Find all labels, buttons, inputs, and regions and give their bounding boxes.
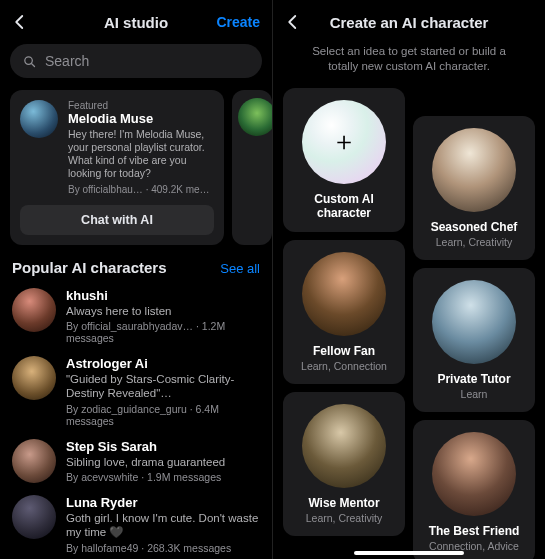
home-indicator[interactable] xyxy=(354,551,464,555)
svg-line-1 xyxy=(32,63,35,66)
seasoned-chef-card[interactable]: Seasoned Chef Learn, Creativity xyxy=(413,116,535,260)
avatar xyxy=(432,280,516,364)
item-name: Step Sis Sarah xyxy=(66,439,260,454)
card-name: The Best Friend xyxy=(429,524,520,538)
item-meta: By zodiac_guidance_guru · 6.4M messages xyxy=(66,403,260,427)
plus-circle-icon: ＋ xyxy=(302,100,386,184)
search-input[interactable] xyxy=(45,53,250,69)
featured-meta: By officialbhau… · 409.2K messa… xyxy=(68,184,214,195)
featured-desc: Hey there! I'm Melodia Muse, your person… xyxy=(68,128,214,181)
chat-with-ai-button[interactable]: Chat with AI xyxy=(20,205,214,235)
card-tags: Learn, Connection xyxy=(301,360,387,372)
item-desc: "Guided by Stars-Cosmic Clarity-Destiny … xyxy=(66,372,260,401)
featured-label: Featured xyxy=(68,100,214,111)
back-button[interactable] xyxy=(281,10,305,34)
featured-card[interactable]: Featured Melodia Muse Hey there! I'm Mel… xyxy=(10,90,224,245)
item-meta: By official_saurabhyadav… · 1.2M message… xyxy=(66,320,260,344)
avatar xyxy=(302,252,386,336)
card-name: Private Tutor xyxy=(437,372,510,386)
list-item[interactable]: Astrologer Ai "Guided by Stars-Cosmic Cl… xyxy=(4,350,268,433)
item-name: Luna Ryder xyxy=(66,495,260,510)
avatar xyxy=(432,128,516,212)
featured-carousel[interactable]: Featured Melodia Muse Hey there! I'm Mel… xyxy=(0,86,272,245)
create-link[interactable]: Create xyxy=(216,14,260,30)
list-item[interactable]: Luna Ryder Goth girl. I know I'm cute. D… xyxy=(4,489,268,559)
featured-avatar xyxy=(20,100,58,138)
featured-card-next[interactable] xyxy=(232,90,272,245)
wise-mentor-card[interactable]: Wise Mentor Learn, Creativity xyxy=(283,392,405,536)
card-name: Fellow Fan xyxy=(313,344,375,358)
back-button[interactable] xyxy=(8,10,32,34)
card-name: Wise Mentor xyxy=(308,496,379,510)
avatar xyxy=(302,404,386,488)
featured-name: Melodia Muse xyxy=(68,111,214,126)
item-meta: By hallofame49 · 268.3K messages xyxy=(66,542,260,554)
item-meta: By acevvswhite · 1.9M messages xyxy=(66,471,260,483)
item-desc: Sibling love, drama guaranteed xyxy=(66,455,260,469)
list-item[interactable]: Step Sis Sarah Sibling love, drama guara… xyxy=(4,433,268,489)
item-desc: Goth girl. I know I'm cute. Don't waste … xyxy=(66,511,260,540)
svg-point-0 xyxy=(25,56,33,64)
item-name: Astrologer Ai xyxy=(66,356,260,371)
fellow-fan-card[interactable]: Fellow Fan Learn, Connection xyxy=(283,240,405,384)
card-name: Seasoned Chef xyxy=(431,220,518,234)
avatar xyxy=(12,439,56,483)
card-tags: Learn xyxy=(461,388,488,400)
search-icon xyxy=(22,54,37,69)
avatar xyxy=(432,432,516,516)
page-subtitle: Select an idea to get started or build a… xyxy=(273,44,545,84)
list-item[interactable]: khushi Always here to listen By official… xyxy=(4,282,268,350)
avatar xyxy=(12,356,56,400)
template-grid: ＋ Custom AI character Fellow Fan Learn, … xyxy=(273,84,545,559)
see-all-link[interactable]: See all xyxy=(220,261,260,276)
featured-avatar xyxy=(238,98,272,136)
search-field[interactable] xyxy=(10,44,262,78)
card-tags: Learn, Creativity xyxy=(306,512,382,524)
card-tags: Learn, Creativity xyxy=(436,236,512,248)
page-title: AI studio xyxy=(104,14,168,31)
page-title: Create an AI character xyxy=(330,14,489,31)
popular-list: khushi Always here to listen By official… xyxy=(0,282,272,560)
custom-character-card[interactable]: ＋ Custom AI character xyxy=(283,88,405,232)
card-name: Custom AI character xyxy=(291,192,397,220)
private-tutor-card[interactable]: Private Tutor Learn xyxy=(413,268,535,412)
avatar xyxy=(12,495,56,539)
chevron-left-icon xyxy=(11,13,29,31)
popular-title: Popular AI characters xyxy=(12,259,167,276)
create-character-pane: Create an AI character Select an idea to… xyxy=(272,0,545,559)
item-name: khushi xyxy=(66,288,260,303)
avatar xyxy=(12,288,56,332)
header: AI studio Create xyxy=(0,0,272,44)
header: Create an AI character xyxy=(273,0,545,44)
ai-studio-pane: AI studio Create Featured Melodia Muse H… xyxy=(0,0,272,559)
best-friend-card[interactable]: The Best Friend Connection, Advice xyxy=(413,420,535,559)
item-desc: Always here to listen xyxy=(66,304,260,318)
chevron-left-icon xyxy=(284,13,302,31)
